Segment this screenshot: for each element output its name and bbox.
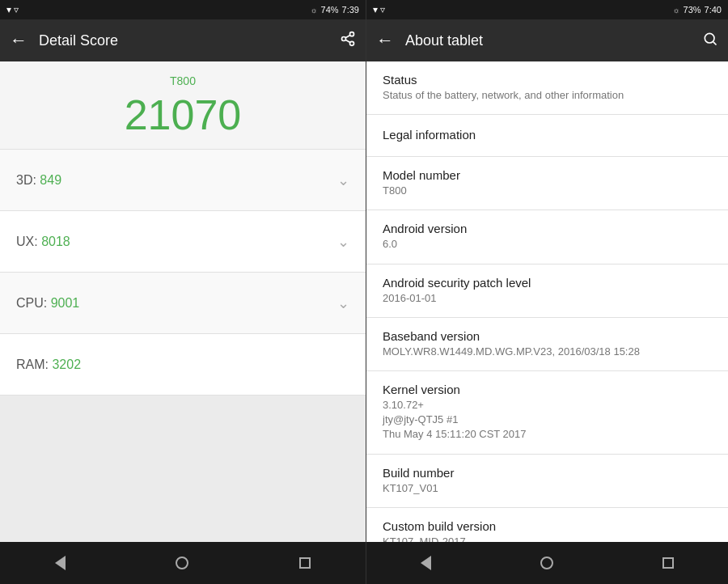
metric-ux-label: UX: 8018 <box>16 235 70 249</box>
info-status-subtitle: Status of the battery, network, and othe… <box>383 88 712 103</box>
chevron-down-icon: ⌄ <box>337 171 349 189</box>
right-toolbar-title: About tablet <box>405 32 483 49</box>
right-brightness-icon: ☼ <box>672 6 679 15</box>
svg-line-3 <box>345 40 350 42</box>
left-toolbar-title: Detail Score <box>39 32 118 49</box>
info-kernel-title: Kernel version <box>383 383 712 396</box>
info-custom-build-subtitle: KT107_MID-2017 <box>383 535 712 542</box>
info-security-patch-title: Android security patch level <box>383 276 712 290</box>
metric-3d-label: 3D: 849 <box>16 173 61 188</box>
right-nav-recent[interactable] <box>662 557 674 569</box>
info-item-build[interactable]: Build number KT107_V01 <box>366 455 728 508</box>
chevron-down-icon-ux: ⌄ <box>337 233 349 251</box>
info-model-subtitle: T800 <box>383 184 712 198</box>
right-back-button[interactable]: ← <box>376 30 394 51</box>
left-time: 7:39 <box>342 5 359 15</box>
right-wifi-icon: ▾ ▿ <box>373 4 385 15</box>
svg-point-5 <box>705 33 714 43</box>
info-custom-build-title: Custom build version <box>383 519 712 533</box>
left-brightness-icon: ☼ <box>310 6 317 15</box>
info-build-subtitle: KT107_V01 <box>383 481 712 496</box>
search-icon[interactable] <box>702 31 718 51</box>
left-nav-back[interactable] <box>55 556 66 570</box>
svg-line-6 <box>713 41 717 44</box>
device-label: T800 <box>170 74 196 87</box>
svg-line-4 <box>345 35 350 37</box>
right-toolbar: ← About tablet <box>366 19 728 61</box>
score-section: T800 21070 <box>0 61 366 150</box>
left-nav-recent[interactable] <box>299 557 311 569</box>
metric-ux[interactable]: UX: 8018 ⌄ <box>0 211 366 273</box>
info-security-patch-subtitle: 2016-01-01 <box>383 291 712 306</box>
info-item-security-patch[interactable]: Android security patch level 2016-01-01 <box>366 264 728 318</box>
right-time: 7:40 <box>705 5 722 15</box>
right-statusbar: ▾ ▿ ☼ 73% 7:40 <box>366 0 728 19</box>
right-nav-home[interactable] <box>540 556 553 569</box>
left-wifi-icon: ▾ ▿ <box>6 4 19 15</box>
info-item-android-version[interactable]: Android version 6.0 <box>366 210 728 264</box>
info-item-model[interactable]: Model number T800 <box>366 157 728 210</box>
left-spacer <box>0 396 366 542</box>
metric-ram[interactable]: RAM: 3202 <box>0 334 366 396</box>
left-status-right-icons: ☼ 74% 7:39 <box>310 5 359 15</box>
right-status-right-icons: ☼ 73% 7:40 <box>672 5 722 15</box>
info-model-title: Model number <box>383 168 712 182</box>
info-baseband-title: Baseband version <box>383 329 712 343</box>
left-nav-home[interactable] <box>176 556 188 569</box>
svg-point-2 <box>350 41 354 45</box>
right-navbar <box>366 542 728 584</box>
info-build-title: Build number <box>383 466 712 480</box>
share-icon[interactable] <box>340 31 356 51</box>
left-status-left-icons: ▾ ▿ <box>6 4 19 15</box>
info-item-legal[interactable]: Legal information <box>366 115 728 157</box>
metric-3d[interactable]: 3D: 849 ⌄ <box>0 150 366 211</box>
metrics-list: 3D: 849 ⌄ UX: 8018 ⌄ CPU: 9001 ⌄ RAM: 32… <box>0 150 366 396</box>
info-item-status[interactable]: Status Status of the battery, network, a… <box>366 61 728 115</box>
metric-cpu-label: CPU: 9001 <box>16 296 79 311</box>
info-baseband-subtitle: MOLY.WR8.W1449.MD.WG.MP.V23, 2016/03/18 … <box>383 345 712 359</box>
info-android-version-title: Android version <box>383 222 712 235</box>
metric-cpu[interactable]: CPU: 9001 ⌄ <box>0 273 366 334</box>
left-navbar <box>0 542 366 584</box>
svg-point-1 <box>342 36 346 40</box>
right-status-left-icons: ▾ ▿ <box>373 4 385 15</box>
info-item-kernel[interactable]: Kernel version 3.10.72+ jty@jty-QTJ5 #1 … <box>366 371 728 455</box>
info-list: Status Status of the battery, network, a… <box>366 61 728 542</box>
info-android-version-subtitle: 6.0 <box>383 237 712 252</box>
info-legal-title: Legal information <box>383 128 712 142</box>
right-panel: ▾ ▿ ☼ 73% 7:40 ← About tablet Status Sta… <box>366 0 728 584</box>
right-battery: 73% <box>684 5 701 15</box>
info-item-baseband[interactable]: Baseband version MOLY.WR8.W1449.MD.WG.MP… <box>366 318 728 371</box>
info-item-custom-build[interactable]: Custom build version KT107_MID-2017 <box>366 508 728 542</box>
score-value: 21070 <box>125 91 242 139</box>
right-nav-back[interactable] <box>421 556 431 570</box>
chevron-down-icon-cpu: ⌄ <box>337 294 349 312</box>
left-toolbar: ← Detail Score <box>0 19 366 61</box>
svg-point-0 <box>350 32 354 36</box>
left-statusbar: ▾ ▿ ☼ 74% 7:39 <box>0 0 366 19</box>
left-panel: ▾ ▿ ☼ 74% 7:39 ← Detail Score T800 21070 <box>0 0 366 584</box>
left-battery: 74% <box>321 5 339 15</box>
info-kernel-subtitle: 3.10.72+ jty@jty-QTJ5 #1 Thu May 4 15:11… <box>383 398 712 442</box>
left-back-button[interactable]: ← <box>10 30 28 51</box>
metric-ram-label: RAM: 3202 <box>16 358 81 372</box>
info-status-title: Status <box>383 73 712 87</box>
